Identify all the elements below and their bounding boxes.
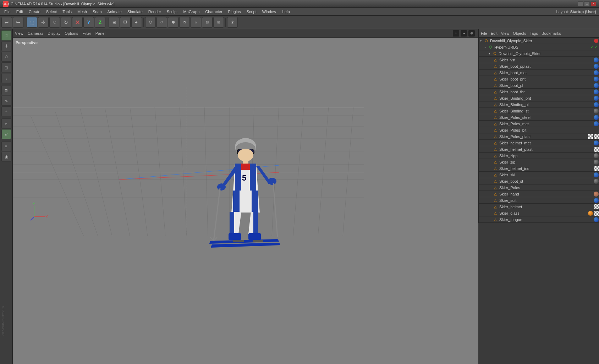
obj-item-boot-pplast[interactable]: △ Skier_boot_pplast bbox=[479, 63, 599, 70]
render-film-button[interactable]: 🎞 bbox=[120, 17, 131, 28]
menu-simulate[interactable]: Simulate bbox=[125, 9, 145, 15]
obj-item-suit[interactable]: △ Skier_suit bbox=[479, 197, 599, 204]
obj-item-helmet-obj[interactable]: △ Skier_helmet bbox=[479, 204, 599, 210]
menu-mesh[interactable]: Mesh bbox=[75, 9, 90, 15]
viewport[interactable]: X Y Perspective bbox=[13, 38, 478, 364]
obj-menu-bookmarks[interactable]: Bookmarks bbox=[542, 31, 561, 35]
obj-item-boot-met[interactable]: △ Skier_boot_met bbox=[479, 70, 599, 76]
viewport-menu-panel[interactable]: Panel bbox=[95, 31, 105, 35]
close-button[interactable]: ✕ bbox=[590, 1, 596, 6]
menu-create[interactable]: Create bbox=[26, 9, 43, 15]
obj-item-zip[interactable]: △ Skier_zip bbox=[479, 159, 599, 165]
obj-item-binding-st[interactable]: △ Skier_Binding_st bbox=[479, 108, 599, 114]
redo-button[interactable]: ↪ bbox=[13, 17, 23, 28]
menu-plugins[interactable]: Plugins bbox=[225, 9, 244, 15]
brush-tool-button[interactable]: ✎ bbox=[1, 96, 11, 106]
viewport-nav-3[interactable]: ⊕ bbox=[468, 30, 475, 37]
point-mode-button[interactable]: ⋮ bbox=[1, 73, 11, 83]
spline-button[interactable]: ✿ bbox=[179, 17, 190, 28]
bend-button[interactable]: ⟳ bbox=[156, 17, 167, 28]
obj-item-helmet-met[interactable]: △ Skier_helmet_met bbox=[479, 140, 599, 146]
menu-file[interactable]: File bbox=[1, 9, 13, 15]
obj-item-ski[interactable]: △ Skier_ski bbox=[479, 172, 599, 178]
select-mode-button[interactable]: ⬚ bbox=[1, 31, 11, 40]
camera-button[interactable]: ⊡ bbox=[202, 17, 213, 28]
obj-item-poles-bit[interactable]: △ Skier_Poles_bit bbox=[479, 127, 599, 133]
sphere-button[interactable]: ◉ bbox=[1, 152, 11, 162]
move-tool-button[interactable]: ✛ bbox=[38, 17, 49, 28]
obj-menu-view[interactable]: View bbox=[501, 31, 510, 35]
minimize-button[interactable]: _ bbox=[578, 1, 583, 6]
object-button[interactable]: ⬡ bbox=[145, 17, 156, 28]
obj-item-binding-pnt[interactable]: △ Skier_Binding_pnt bbox=[479, 95, 599, 101]
rotate-tool-button[interactable]: ↻ bbox=[61, 17, 71, 28]
obj-item-binding-pl[interactable]: △ Skier_Binding_pl bbox=[479, 101, 599, 108]
x-axis-button[interactable]: Y bbox=[83, 17, 94, 28]
obj-item-boot-st[interactable]: △ Skier_boot_st bbox=[479, 178, 599, 184]
viewport-menu-display[interactable]: Display bbox=[48, 31, 60, 35]
obj-item-model[interactable]: ▾ ⬡ Downhill_Olympic_Skier bbox=[479, 50, 599, 57]
select-tool-button[interactable]: ⬚ bbox=[27, 17, 37, 28]
obj-item-boot-pl[interactable]: △ Skier_boot_pl bbox=[479, 82, 599, 89]
knife-tool-button[interactable]: ⌐ bbox=[1, 118, 11, 128]
polygon-mode-button[interactable]: ⬡ bbox=[1, 52, 11, 62]
menu-select[interactable]: Select bbox=[43, 9, 60, 15]
undo-button[interactable]: ↩ bbox=[1, 17, 12, 28]
obj-menu-edit[interactable]: Edit bbox=[491, 31, 498, 35]
obj-item-poles-plast[interactable]: △ Skier_Poles_plast bbox=[479, 133, 599, 140]
menu-snap[interactable]: Snap bbox=[90, 9, 105, 15]
viewport-menu-cameras[interactable]: Cameras bbox=[28, 31, 44, 35]
move-mode-button[interactable]: ✛ bbox=[1, 41, 11, 51]
toolbar-sep-3 bbox=[143, 18, 144, 27]
menu-sculpt[interactable]: Sculpt bbox=[164, 9, 181, 15]
obj-item-poles-steel[interactable]: △ Skier_Poles_steel bbox=[479, 114, 599, 121]
menu-character[interactable]: Character bbox=[202, 9, 225, 15]
obj-menu-objects[interactable]: Objects bbox=[513, 31, 526, 35]
y-axis-button[interactable]: Z bbox=[95, 17, 105, 28]
array-button[interactable]: ⬢ bbox=[168, 17, 178, 28]
obj-item-boot-fbr[interactable]: △ Skier_boot_fbr bbox=[479, 89, 599, 95]
mat-thumb bbox=[594, 217, 599, 222]
edge-mode-button[interactable]: ◫ bbox=[1, 62, 11, 72]
viewport-menu-options[interactable]: Options bbox=[65, 31, 78, 35]
transform-button[interactable]: ✕ bbox=[72, 17, 83, 28]
menu-mograph[interactable]: MoGraph bbox=[180, 9, 202, 15]
menu-script[interactable]: Script bbox=[244, 9, 259, 15]
render-region-button[interactable]: ▣ bbox=[109, 17, 119, 28]
light-button[interactable]: ☀ bbox=[227, 17, 238, 28]
viewport-nav-1[interactable]: + bbox=[453, 30, 459, 37]
obj-item-poles-obj[interactable]: △ Skier_Poles bbox=[479, 184, 599, 191]
obj-item-hypernurbs[interactable]: ▾ ⬡ HyperNURBS ✓ ✓ bbox=[479, 44, 599, 50]
viewport-menu-filter[interactable]: Filter bbox=[82, 31, 91, 35]
obj-item-poles-met[interactable]: △ Skier_Poles_met bbox=[479, 121, 599, 127]
menu-animate[interactable]: Animate bbox=[105, 9, 125, 15]
maximize-button[interactable]: □ bbox=[584, 1, 590, 6]
obj-item-helmet-plast[interactable]: △ Skier_helmet_plast bbox=[479, 146, 599, 153]
paint-button[interactable]: ⌾ bbox=[191, 17, 201, 28]
obj-item-tongue[interactable]: △ Skier_tongue bbox=[479, 216, 599, 223]
viewport-menu-view[interactable]: View bbox=[15, 31, 23, 35]
paint-mode-button[interactable]: ⬒ bbox=[1, 85, 11, 95]
obj-menu-file[interactable]: File bbox=[481, 31, 487, 35]
menu-edit[interactable]: Edit bbox=[13, 9, 26, 15]
obj-item-glass[interactable]: △ Skier_glass bbox=[479, 210, 599, 216]
obj-item-vst[interactable]: △ Skier_vst bbox=[479, 57, 599, 63]
obj-item-helmet-ins[interactable]: △ Skier_helmet_ins bbox=[479, 165, 599, 172]
menu-window[interactable]: Window bbox=[259, 9, 279, 15]
obj-item-boot-pnt[interactable]: △ Skier_boot_pnt bbox=[479, 76, 599, 82]
menu-help[interactable]: Help bbox=[279, 9, 293, 15]
obj-item-hand[interactable]: △ Skier_hand bbox=[479, 191, 599, 197]
tweak-tool-button[interactable]: ⌗ bbox=[1, 106, 11, 116]
obj-menu-tags[interactable]: Tags bbox=[530, 31, 538, 35]
render-frame-button[interactable]: ⏭ bbox=[131, 17, 142, 28]
obj-item-root[interactable]: ▾ ⬡ Downhill_Olympic_Skier bbox=[479, 38, 599, 44]
obj-item-zipp[interactable]: △ Skier_zipp bbox=[479, 153, 599, 159]
menu-render[interactable]: Render bbox=[145, 9, 164, 15]
layer-button[interactable]: ≡ bbox=[1, 141, 11, 151]
stereo-button[interactable]: ⊞ bbox=[213, 17, 224, 28]
menu-tools[interactable]: Tools bbox=[60, 9, 75, 15]
magnet-tool-button[interactable]: ↙ bbox=[1, 129, 11, 139]
scale-tool-button[interactable]: ⬡ bbox=[49, 17, 60, 28]
obj-type-icon: △ bbox=[493, 185, 498, 190]
viewport-nav-2[interactable]: ↔ bbox=[461, 30, 467, 37]
